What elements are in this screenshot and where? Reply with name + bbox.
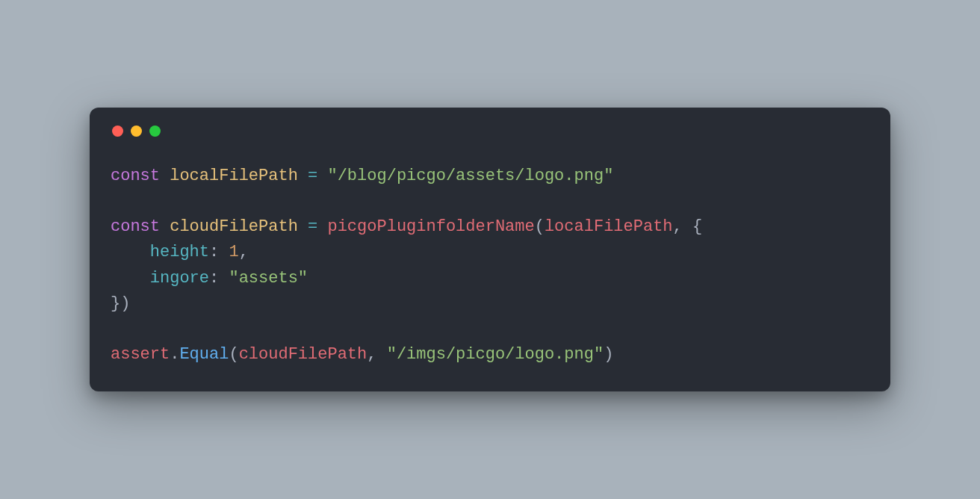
string-literal: "/imgs/picgo/logo.png" [387,345,604,364]
code-block: const localFilePath = "/blog/picgo/asset… [111,164,869,368]
colon: : [209,269,219,288]
string-literal: "/blog/picgo/assets/logo.png" [327,167,613,185]
brace-open: { [692,217,702,236]
number-literal: 1 [229,243,238,261]
property-ingore: ingore [150,269,209,288]
paren-open: ( [229,345,238,364]
keyword-const: const [111,217,160,236]
code-window: const localFilePath = "/blog/picgo/asset… [90,108,890,391]
brace-close: } [111,294,120,313]
function-call: picgoPluginfolderName [327,217,534,236]
property-height: height [150,243,209,261]
paren-close: ) [604,345,613,364]
method-Equal: Equal [179,345,229,364]
maximize-icon[interactable] [149,125,161,137]
comma: , [367,345,376,364]
keyword-const: const [111,167,160,185]
identifier-localFilePath: localFilePath [170,167,298,185]
argument-cloudFilePath: cloudFilePath [239,345,368,364]
identifier-assert: assert [111,345,170,364]
paren-open: ( [535,217,545,236]
minimize-icon[interactable] [131,125,142,137]
comma: , [239,243,249,261]
comma: , [673,217,683,236]
operator-equals: = [308,167,317,185]
window-titlebar [111,125,869,137]
dot: . [170,345,179,364]
identifier-cloudFilePath: cloudFilePath [170,217,298,236]
close-icon[interactable] [112,125,123,137]
argument-localFilePath: localFilePath [545,217,673,236]
colon: : [209,243,219,261]
operator-equals: = [308,217,317,236]
paren-close: ) [120,294,130,313]
string-literal: "assets" [229,269,308,288]
